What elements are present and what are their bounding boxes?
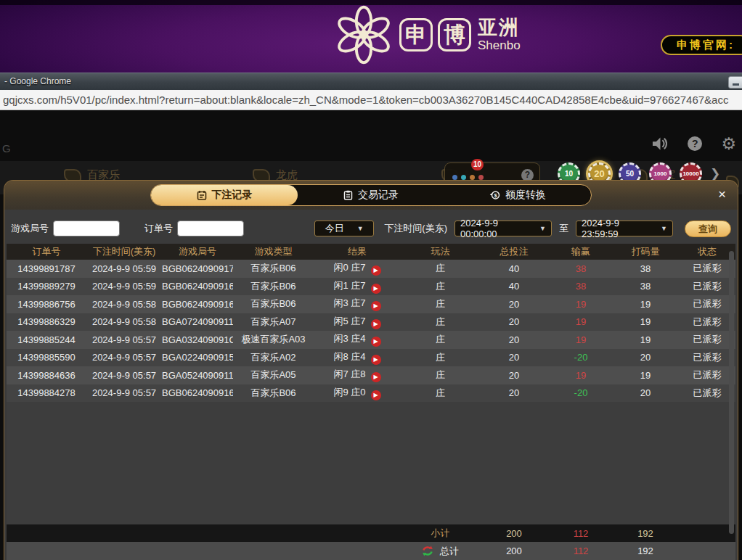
tab-credit-transfer[interactable]: $ 额度转换 <box>444 185 591 205</box>
cell-type: 百家乐B06 <box>233 297 314 310</box>
cell-turnover: 20 <box>613 352 677 363</box>
cell-play: 庄 <box>401 333 480 346</box>
chips-next-icon[interactable]: ❯ <box>710 166 720 181</box>
tab-transaction-records[interactable]: 交易记录 <box>298 185 444 205</box>
site-header: 申 博 亚洲 Shenbo 申博官网: <box>0 0 742 73</box>
cell-order: 14399891787 <box>7 263 86 274</box>
cell-bet: 20 <box>480 316 548 327</box>
table-empty-area <box>7 402 735 524</box>
tab-label: 额度转换 <box>505 189 546 202</box>
cell-turnover: 19 <box>613 316 677 327</box>
cell-time: 2024-9-9 05:58 <box>86 299 162 310</box>
total-row: 总计 200 112 192 <box>7 542 735 560</box>
table-row: 143998867562024-9-9 05:58BGB0624090916E百… <box>7 295 735 313</box>
cell-type: 百家乐B06 <box>233 280 314 293</box>
cell-result: 闲9 庄0▶ <box>314 386 401 400</box>
cell-order: 14399886329 <box>7 316 86 327</box>
table-scrollbar[interactable] <box>729 251 734 534</box>
total-turnover: 192 <box>613 545 677 556</box>
cell-bet: 20 <box>480 352 548 363</box>
cell-result: 闲3 庄7▶ <box>314 297 401 311</box>
credit-transfer-icon: $ <box>489 190 500 200</box>
mini-chip-dots <box>452 175 484 180</box>
query-button[interactable]: 查询 <box>685 221 731 237</box>
cell-winloss: 19 <box>548 299 613 310</box>
speaker-icon[interactable] <box>652 136 669 151</box>
help-icon[interactable]: ? <box>688 136 702 151</box>
bet-count-badge: 10 <box>471 159 484 170</box>
records-modal: 下注记录 交易记录 $ <box>4 180 738 560</box>
refresh-icon[interactable] <box>422 545 433 556</box>
column-header: 订单号 <box>7 245 86 258</box>
cell-time: 2024-9-9 05:57 <box>86 387 162 398</box>
settings-gear-icon[interactable]: ⚙ <box>721 136 736 151</box>
bet-records-icon <box>197 190 207 200</box>
tab-bet-records[interactable]: 下注记录 <box>151 185 298 205</box>
date-to-select[interactable]: 2024-9-9 23:59:59 ▼ <box>576 221 673 236</box>
replay-icon[interactable]: ▶ <box>371 355 381 365</box>
cell-winloss: 19 <box>548 316 613 327</box>
replay-icon[interactable]: ▶ <box>371 319 381 329</box>
cell-order: 14399884636 <box>7 370 86 381</box>
cell-bet: 20 <box>480 387 548 398</box>
table-header-row: 订单号下注时间(美东)游戏局号游戏类型结果玩法总投注输赢打码量状态 <box>7 244 735 260</box>
game-round-input[interactable] <box>53 221 120 236</box>
date-range-select[interactable]: 今日 ▼ <box>314 221 374 236</box>
replay-icon[interactable]: ▶ <box>371 265 381 276</box>
address-bar[interactable]: gqjcxs.com/h5V01/pc/index.html?return=ab… <box>0 90 742 110</box>
column-header: 下注时间(美东) <box>86 245 162 258</box>
replay-icon[interactable]: ▶ <box>371 372 381 382</box>
column-header: 状态 <box>677 245 737 258</box>
column-header: 打码量 <box>613 245 677 258</box>
logo-char-2: 博 <box>438 18 471 52</box>
table-row: 143998846362024-9-9 05:57BGA05240909111百… <box>7 366 735 384</box>
table-row: 143998855902024-9-9 05:57BGA02240909153百… <box>7 349 735 367</box>
replay-icon[interactable]: ▶ <box>371 284 381 294</box>
chevron-down-icon: ▼ <box>661 225 667 232</box>
cell-bet: 40 <box>480 263 548 274</box>
column-header: 玩法 <box>401 245 480 258</box>
logo-en-text: Shenbo <box>478 39 521 52</box>
replay-icon[interactable]: ▶ <box>371 301 381 311</box>
cell-type: 百家乐A05 <box>233 368 314 382</box>
table-row: 143998892792024-9-9 05:59BGB0624090916F百… <box>7 278 735 296</box>
total-bet: 200 <box>480 545 548 556</box>
svg-text:$: $ <box>494 192 497 199</box>
modal-tabs: 下注记录 交易记录 $ <box>150 184 592 206</box>
cell-turnover: 19 <box>613 299 677 310</box>
cell-order: 14399884278 <box>7 387 86 398</box>
cell-play: 庄 <box>401 387 480 400</box>
table-row: 143998852442024-9-9 05:57BGA032409091C3极… <box>7 331 735 349</box>
cell-time: 2024-9-9 05:58 <box>86 316 162 327</box>
cell-turnover: 38 <box>613 263 677 274</box>
cell-result: 闲7 庄8▶ <box>314 368 401 382</box>
cell-status: 已派彩 <box>677 297 737 310</box>
subtotal-turnover: 192 <box>613 528 677 539</box>
cell-result: 闲3 庄4▶ <box>314 332 401 347</box>
window-control-button[interactable] <box>728 76 742 88</box>
cell-result: 闲1 庄7▶ <box>314 279 401 294</box>
close-icon[interactable]: × <box>718 187 726 201</box>
cell-winloss: 19 <box>548 370 613 381</box>
column-header: 结果 <box>314 245 401 258</box>
official-site-button[interactable]: 申博官网: <box>661 35 742 55</box>
cell-winloss: -20 <box>548 352 613 363</box>
cell-result: 闲0 庄7▶ <box>314 261 401 276</box>
window-title: - Google Chrome <box>4 76 71 86</box>
replay-icon[interactable]: ▶ <box>371 337 381 347</box>
cell-status: 已派彩 <box>677 333 737 346</box>
cell-round: BGB0624090916E <box>162 299 233 310</box>
cell-bet: 20 <box>480 299 548 310</box>
cell-type: 百家乐B06 <box>233 387 314 400</box>
cell-bet: 20 <box>480 334 548 345</box>
cell-time: 2024-9-9 05:57 <box>86 334 162 345</box>
date-from-select[interactable]: 2024-9-9 00:00:00 ▼ <box>454 221 552 236</box>
order-number-input[interactable] <box>177 221 244 236</box>
total-label: 总计 <box>440 545 459 558</box>
cell-winloss: -20 <box>548 387 613 398</box>
cell-type: 百家乐A02 <box>233 351 314 364</box>
cell-status: 已派彩 <box>677 368 737 382</box>
cell-round: BGA032409091C3 <box>162 334 233 345</box>
replay-icon[interactable]: ▶ <box>371 390 381 400</box>
cell-play: 庄 <box>401 316 480 329</box>
